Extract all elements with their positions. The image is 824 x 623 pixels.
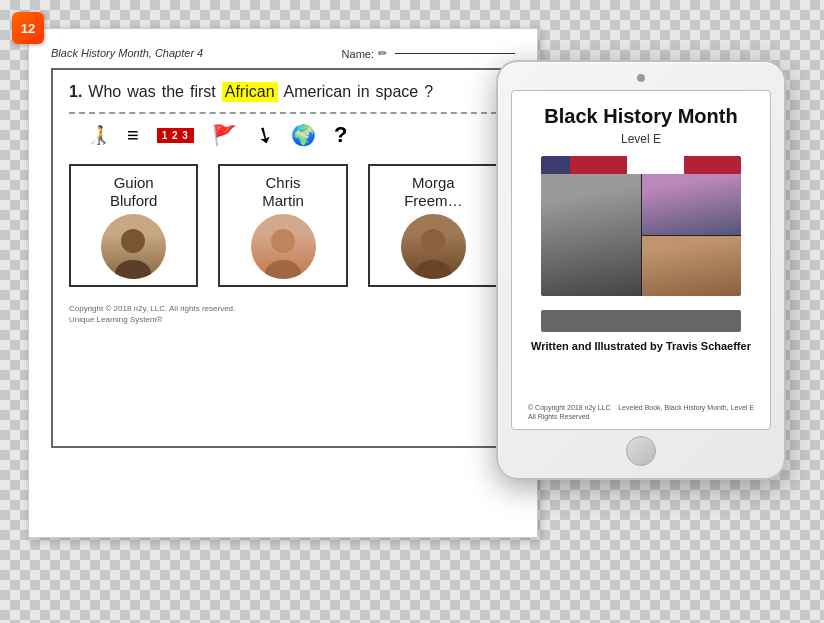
tablet-device: Black History Month Level E: [496, 60, 786, 480]
flag-white: [627, 156, 684, 174]
cover-flag-stripe: [541, 156, 741, 174]
svg-point-1: [115, 260, 151, 279]
svg-point-4: [421, 229, 445, 253]
worksheet-document: Black History Month, Chapter 4 Name: ✏ 1…: [28, 28, 538, 538]
equals-icon: ≡: [127, 124, 139, 147]
gray-separator-bar: [541, 310, 741, 332]
tablet-copyright-row: © Copyright 2018 n2y LLC All Rights Rese…: [524, 403, 758, 421]
number-tag-icon: 1 2 3: [157, 128, 194, 143]
copyright-left: © Copyright 2018 n2y LLC All Rights Rese…: [528, 403, 611, 421]
highlighted-word: African: [222, 82, 278, 102]
tablet-home-button[interactable]: [626, 436, 656, 466]
flag-icon: 🚩: [212, 123, 237, 147]
flag-red2: [684, 156, 741, 174]
person-question-icon: 🧑‍🦯: [87, 124, 109, 146]
worksheet-question: 1. Who was the first African American in…: [69, 82, 497, 102]
svg-point-2: [271, 229, 295, 253]
choice-guion-bluford[interactable]: GuionBluford: [69, 164, 198, 287]
worksheet-footer: Copyright © 2018 n2y, LLC. All rights re…: [69, 303, 497, 325]
arrow-icon: ➘: [250, 119, 279, 151]
choice-name-chris: ChrisMartin: [262, 174, 304, 210]
collage-photo-2: [642, 174, 742, 235]
worksheet-name-field: Name: ✏: [342, 47, 515, 60]
written-by-text: Written and Illustrated by Travis Schaef…: [531, 340, 751, 352]
tablet-camera: [637, 74, 645, 82]
worksheet-title: Black History Month, Chapter 4: [51, 47, 203, 59]
dashed-divider: [69, 112, 497, 114]
worksheet-header: Black History Month, Chapter 4 Name: ✏: [51, 47, 515, 60]
tablet-screen[interactable]: Black History Month Level E: [511, 90, 771, 430]
choice-morgan-freeman[interactable]: MorgaFreem…: [368, 164, 497, 287]
photo-collage: [541, 174, 741, 296]
svg-point-3: [265, 260, 301, 279]
worksheet-content-border: 1. Who was the first African American in…: [51, 68, 515, 448]
choice-image-guion: [101, 214, 166, 279]
question-mark-icon: ?: [334, 122, 347, 148]
pencil-icon: ✏: [378, 47, 387, 60]
collage-photo-1: [541, 174, 641, 296]
svg-point-0: [121, 229, 145, 253]
book-cover-image: [541, 156, 741, 296]
collage-photo-3: [642, 236, 742, 297]
choice-image-morgan: [401, 214, 466, 279]
choice-image-chris: [251, 214, 316, 279]
svg-point-5: [415, 260, 451, 279]
app-logo: 12: [12, 12, 44, 44]
tablet-screen-content: Black History Month Level E: [512, 91, 770, 429]
choice-chris-martin[interactable]: ChrisMartin: [218, 164, 347, 287]
choice-name-guion: GuionBluford: [110, 174, 158, 210]
flag-red: [570, 156, 627, 174]
book-title: Black History Month: [544, 105, 737, 128]
flag-blue: [541, 156, 570, 174]
worksheet-icons-row: 🧑‍🦯 ≡ 1 2 3 🚩 ➘ 🌍 ?: [87, 122, 497, 148]
answer-choices: GuionBluford ChrisMartin: [69, 164, 497, 287]
book-level: Level E: [621, 132, 661, 146]
copyright-right: Leveled Book, Black History Month, Level…: [618, 403, 754, 421]
choice-name-morgan: MorgaFreem…: [404, 174, 462, 210]
earth-icon: 🌍: [291, 123, 316, 147]
scene: 12 Black History Month, Chapter 4 Name: …: [0, 0, 824, 623]
name-underline: [395, 53, 515, 54]
